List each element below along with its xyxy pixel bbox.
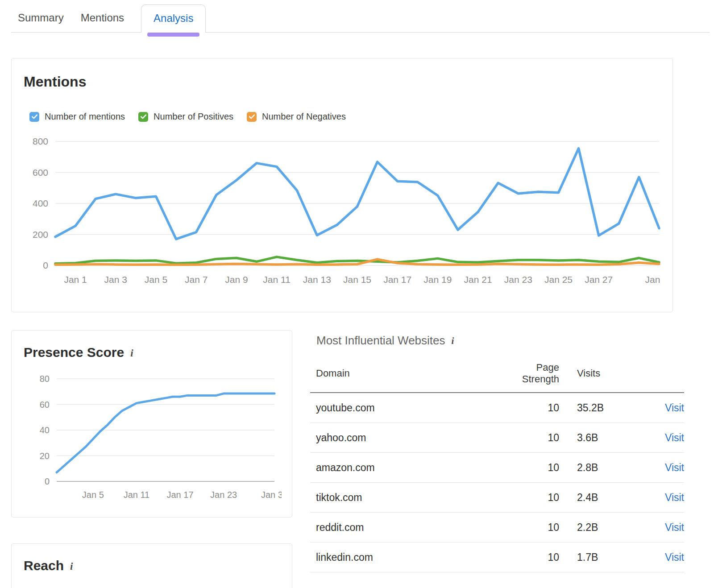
page-strength-cell: 10	[501, 402, 559, 414]
visits-cell: 3.6B	[559, 432, 642, 444]
visits-cell: 35.2B	[559, 402, 642, 414]
tab-analysis-label: Analysis	[154, 12, 193, 24]
tab-summary[interactable]: Summary	[18, 4, 64, 32]
svg-text:Jan 30: Jan 30	[261, 490, 282, 500]
analysis-page: Summary Mentions Analysis Mentions Numbe…	[0, 0, 714, 588]
svg-text:Jan 27: Jan 27	[585, 274, 613, 285]
domain-cell: linkedin.com	[310, 551, 501, 563]
page-strength-cell: 10	[501, 462, 559, 474]
svg-text:0: 0	[43, 260, 48, 270]
svg-text:600: 600	[33, 167, 48, 178]
svg-text:Jan 11: Jan 11	[124, 490, 150, 500]
presence-score-title: Presence Score i	[24, 345, 292, 360]
mentions-chart-legend: Number of mentions Number of Positives N…	[29, 112, 672, 122]
table-row: linkedin.com 10 1.7B Visit	[310, 542, 684, 572]
visits-cell: 2.4B	[559, 492, 642, 504]
svg-text:Jan 7: Jan 7	[185, 274, 208, 285]
checkbox-checked-icon	[247, 112, 257, 122]
column-header-visits: Visits	[559, 368, 642, 379]
domain-cell: tiktok.com	[310, 492, 501, 504]
svg-text:20: 20	[40, 451, 50, 461]
visit-link[interactable]: Visit	[665, 522, 684, 533]
column-header-domain: Domain	[310, 368, 501, 379]
visit-link[interactable]: Visit	[665, 402, 684, 414]
influential-websites-title-text: Most Influential Websites	[316, 334, 445, 348]
svg-text:Jan 23: Jan 23	[504, 274, 532, 285]
reach-title: Reach i	[24, 558, 292, 573]
svg-text:200: 200	[33, 229, 48, 240]
table-row: reddit.com 10 2.2B Visit	[310, 513, 684, 542]
svg-text:400: 400	[33, 198, 48, 208]
visit-link[interactable]: Visit	[665, 432, 684, 443]
reach-card: Reach i	[11, 543, 292, 588]
legend-item-mentions[interactable]: Number of mentions	[29, 112, 125, 122]
svg-text:Jan 15: Jan 15	[343, 274, 371, 285]
info-icon[interactable]: i	[130, 348, 133, 359]
visit-link[interactable]: Visit	[665, 492, 684, 503]
svg-text:800: 800	[33, 136, 48, 146]
visits-cell: 1.7B	[559, 551, 642, 563]
svg-text:Jan 21: Jan 21	[464, 274, 492, 285]
domain-cell: amazon.com	[310, 462, 501, 474]
svg-text:Jan 17: Jan 17	[167, 490, 194, 500]
table-row: yahoo.com 10 3.6B Visit	[310, 423, 684, 453]
svg-text:Jan 25: Jan 25	[544, 274, 573, 285]
page-strength-cell: 10	[501, 432, 559, 444]
domain-cell: youtube.com	[310, 402, 501, 414]
checkbox-checked-icon	[138, 112, 148, 122]
column-header-page-strength: Page Strength	[501, 362, 559, 385]
table-row: youtube.com 10 35.2B Visit	[310, 393, 684, 423]
svg-text:0: 0	[45, 476, 50, 486]
svg-text:Jan 17: Jan 17	[383, 274, 411, 285]
domain-cell: yahoo.com	[310, 432, 501, 444]
mentions-card: Mentions Number of mentions Number of Po…	[11, 58, 673, 312]
svg-text:60: 60	[40, 400, 50, 410]
presence-score-line-chart: 020406080Jan 5Jan 11Jan 17Jan 23Jan 30	[23, 371, 282, 505]
svg-text:Jan 19: Jan 19	[423, 274, 452, 285]
presence-score-card: Presence Score i 020406080Jan 5Jan 11Jan…	[11, 330, 292, 518]
page-strength-cell: 10	[501, 492, 559, 504]
svg-text:Jan 30: Jan 30	[645, 274, 663, 285]
visit-link[interactable]: Visit	[665, 551, 684, 563]
legend-label-negatives: Number of Negatives	[262, 112, 346, 122]
legend-item-negatives[interactable]: Number of Negatives	[247, 112, 346, 122]
checkbox-checked-icon	[29, 112, 39, 122]
domain-cell: reddit.com	[310, 522, 501, 534]
influential-websites-section: Most Influential Websites i Domain Page …	[310, 330, 684, 572]
table-header-row: Domain Page Strength Visits	[310, 362, 684, 393]
tab-analysis[interactable]: Analysis	[141, 4, 206, 33]
svg-text:80: 80	[40, 374, 50, 384]
active-tab-underline	[147, 33, 199, 37]
presence-score-title-text: Presence Score	[24, 345, 124, 360]
svg-text:Jan 23: Jan 23	[210, 490, 237, 500]
legend-label-mentions: Number of mentions	[45, 112, 125, 122]
legend-item-positives[interactable]: Number of Positives	[138, 112, 233, 122]
influential-websites-title: Most Influential Websites i	[316, 334, 684, 348]
svg-text:Jan 9: Jan 9	[225, 274, 248, 285]
table-row: tiktok.com 10 2.4B Visit	[310, 483, 684, 513]
tab-mentions[interactable]: Mentions	[81, 4, 124, 32]
info-icon[interactable]: i	[452, 335, 454, 347]
visit-link[interactable]: Visit	[665, 462, 684, 473]
svg-text:Jan 3: Jan 3	[104, 274, 127, 285]
svg-text:Jan 5: Jan 5	[145, 274, 167, 285]
mentions-line-chart: 0200400600800Jan 1Jan 3Jan 5Jan 7Jan 9Ja…	[22, 133, 663, 290]
svg-text:Jan 13: Jan 13	[303, 274, 331, 285]
visits-cell: 2.8B	[559, 462, 642, 474]
page-strength-cell: 10	[501, 522, 559, 534]
page-strength-cell: 10	[501, 551, 559, 563]
mentions-card-title: Mentions	[24, 74, 672, 90]
svg-text:40: 40	[40, 425, 50, 435]
reach-title-text: Reach	[24, 558, 64, 573]
influential-websites-table: Domain Page Strength Visits youtube.com …	[310, 362, 684, 572]
legend-label-positives: Number of Positives	[154, 112, 233, 122]
table-row: amazon.com 10 2.8B Visit	[310, 453, 684, 483]
svg-text:Jan 1: Jan 1	[64, 274, 87, 285]
svg-text:Jan 11: Jan 11	[263, 274, 291, 285]
svg-text:Jan 5: Jan 5	[82, 490, 104, 500]
tab-bar: Summary Mentions Analysis	[11, 4, 710, 33]
info-icon[interactable]: i	[70, 561, 73, 572]
visits-cell: 2.2B	[559, 522, 642, 534]
